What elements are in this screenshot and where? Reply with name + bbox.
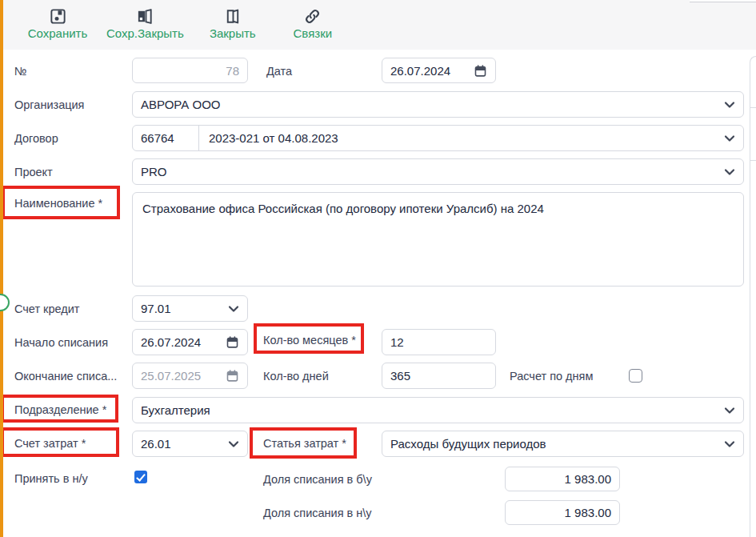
cost-account-value: 26.01 (141, 437, 171, 451)
cost-account-select[interactable]: 26.01 (132, 431, 248, 457)
chevron-down-icon (723, 438, 736, 451)
organization-value: АВРОРА ООО (141, 98, 221, 111)
cost-account-label: Счет затрат * (14, 436, 86, 451)
organization-select[interactable]: АВРОРА ООО (132, 91, 744, 118)
door-icon (223, 7, 242, 26)
contract-select[interactable]: 66764 2023-021 от 04.08.2023 (132, 125, 744, 151)
contract-code-cell[interactable]: 66764 (133, 126, 199, 150)
save-button[interactable]: Сохранить (26, 7, 89, 40)
save-close-button[interactable]: Сохр.Закрыть (106, 7, 184, 40)
toolbar: Сохранить Сохр.Закрыть Закрыть (0, 0, 756, 50)
save-icon (49, 7, 67, 26)
department-select[interactable]: Бухгалтерия (132, 397, 744, 423)
calendar-icon[interactable] (226, 335, 239, 349)
name-label: Наименование * (14, 196, 102, 210)
share-nu-input[interactable]: 1 983.00 (505, 500, 620, 525)
right-panel-edge (750, 56, 756, 537)
share-bu-label: Доля списания в б\у (263, 472, 372, 487)
calendar-icon[interactable] (474, 64, 487, 78)
share-nu-value: 1 983.00 (565, 506, 611, 519)
links-button[interactable]: Связки (282, 7, 344, 40)
organization-label: Организация (14, 98, 84, 112)
contract-label: Договор (14, 131, 58, 146)
share-bu-input[interactable]: 1 983.00 (505, 467, 620, 491)
by-days-label: Расчет по дням (510, 369, 593, 383)
left-orange-strip (0, 0, 3, 537)
department-value: Бухгалтерия (141, 403, 210, 417)
right-panel-divider (750, 107, 756, 108)
days-value: 365 (390, 369, 410, 383)
chevron-down-icon (723, 98, 736, 111)
end-date-input[interactable]: 25.07.2025 (132, 363, 248, 389)
number-value: 78 (226, 64, 239, 78)
chevron-down-icon (723, 404, 736, 417)
calendar-icon[interactable] (226, 369, 239, 383)
project-select[interactable]: PRO (132, 158, 744, 185)
number-input[interactable]: 78 (132, 58, 248, 83)
number-label: № (14, 64, 27, 78)
name-value: Страхование офиса Российская (по договор… (142, 201, 544, 217)
project-value: PRO (141, 165, 167, 178)
name-textarea[interactable]: Страхование офиса Российская (по договор… (132, 192, 744, 287)
months-value: 12 (390, 335, 404, 349)
credit-account-label: Счет кредит (14, 302, 79, 316)
chevron-down-icon (723, 166, 736, 178)
share-nu-label: Доля списания в н\у (263, 506, 372, 520)
save-close-icon (136, 7, 154, 26)
by-days-checkbox[interactable] (629, 369, 642, 383)
expense-card-window: Сохранить Сохр.Закрыть Закрыть (0, 0, 756, 537)
cost-item-value: Расходы будущих периодов (390, 437, 546, 451)
chevron-down-icon (227, 438, 240, 451)
credit-account-value: 97.01 (141, 302, 171, 315)
date-input[interactable]: 26.07.2024 (382, 58, 496, 83)
credit-account-select[interactable]: 97.01 (132, 295, 248, 322)
date-label: Дата (266, 64, 292, 78)
top-right-divider (690, 0, 756, 2)
start-date-value: 26.07.2024 (141, 335, 201, 349)
close-button-label: Закрыть (210, 26, 256, 40)
months-input[interactable]: 12 (382, 329, 496, 355)
days-input[interactable]: 365 (382, 363, 496, 389)
start-date-label: Начало списания (14, 335, 108, 350)
save-button-label: Сохранить (28, 26, 88, 40)
end-date-label: Окончание списа... (14, 369, 117, 383)
project-label: Проект (14, 165, 53, 179)
save-close-button-label: Сохр.Закрыть (106, 26, 184, 40)
cost-item-select[interactable]: Расходы будущих периодов (382, 431, 744, 457)
right-panel-divider (750, 160, 756, 161)
department-label: Подразделение * (14, 403, 106, 417)
links-button-label: Связки (294, 26, 333, 40)
months-label: Кол-во месяцев * (263, 333, 356, 347)
date-value: 26.07.2024 (390, 64, 450, 78)
end-date-value: 25.07.2025 (141, 369, 201, 383)
share-bu-value: 1 983.00 (565, 472, 611, 486)
chevron-down-icon (227, 303, 240, 315)
tax-accept-label: Принять в н/у (14, 471, 88, 486)
close-button[interactable]: Закрыть (202, 7, 264, 40)
panel-toggle-handle[interactable] (0, 294, 10, 311)
contract-code-value: 66764 (141, 131, 174, 145)
days-label: Кол-во дней (263, 369, 329, 383)
start-date-input[interactable]: 26.07.2024 (132, 329, 248, 355)
chevron-down-icon (723, 132, 736, 145)
cost-item-label: Статья затрат * (263, 436, 346, 451)
links-icon (303, 7, 322, 26)
tax-accept-checkbox[interactable] (134, 471, 147, 483)
contract-value: 2023-021 от 04.08.2023 (199, 131, 338, 145)
